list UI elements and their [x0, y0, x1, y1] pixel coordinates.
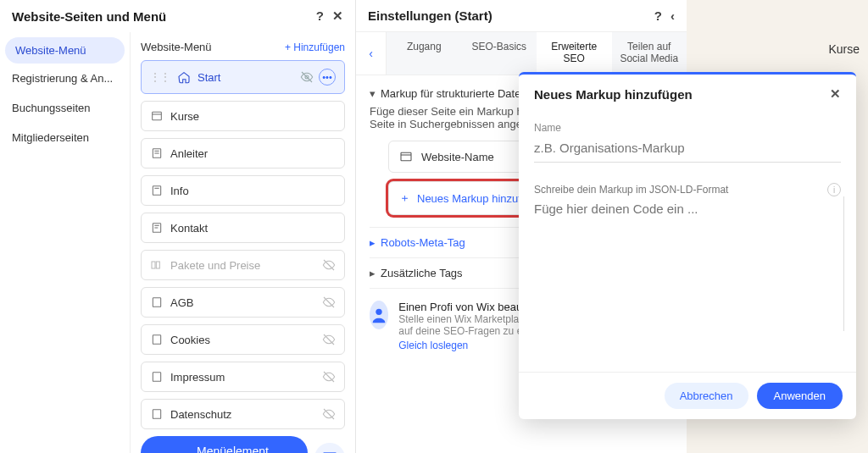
page-icon	[150, 370, 164, 384]
markup-name-input[interactable]	[534, 134, 841, 163]
menu-column: Website-Menü + Hinzufügen ⋮⋮ Start ••• K…	[131, 32, 355, 453]
page-item-label: Pakete und Preise	[170, 259, 260, 272]
settings-tabs: ‹ Zugang SEO-Basics Erweiterte SEO Teile…	[356, 31, 687, 75]
tab-erweiterte-seo[interactable]: Erweiterte SEO	[537, 32, 612, 75]
section-title: Markup für strukturierte Daten	[381, 87, 527, 100]
eye-off-icon[interactable]	[322, 333, 336, 346]
svg-rect-7	[153, 186, 160, 196]
svg-rect-12	[152, 262, 155, 268]
section-link-label: Zusätzliche Tags	[381, 267, 463, 279]
tabs-back-button[interactable]: ‹	[356, 32, 387, 75]
markup-row-label: Website-Name	[421, 151, 494, 163]
svg-rect-21	[153, 410, 160, 419]
back-icon[interactable]: ‹	[670, 8, 675, 23]
add-page-link[interactable]: + Hinzufügen	[285, 41, 345, 53]
page-item-label: Cookies	[170, 334, 210, 346]
add-menu-element-button[interactable]: ＋ Menüelement hinzufügen	[141, 436, 308, 453]
eye-off-icon[interactable]	[322, 296, 336, 309]
page-icon	[150, 221, 164, 235]
pages-panel: Website-Seiten und Menü ? ✕ Website-Menü…	[0, 0, 356, 453]
svg-point-28	[376, 309, 381, 315]
sidebar-item-registration[interactable]: Registrierung & An...	[0, 64, 130, 93]
page-item-kontakt[interactable]: Kontakt	[141, 213, 345, 243]
help-icon[interactable]: ?	[316, 8, 324, 24]
sidebar-item-website-menu[interactable]: Website-Menü	[5, 37, 125, 64]
page-item-label: AGB	[170, 296, 193, 309]
home-icon	[177, 70, 191, 84]
page-icon	[150, 296, 164, 309]
page-icon	[150, 407, 164, 421]
menu-tools-button[interactable]	[314, 443, 345, 453]
apply-button[interactable]: Anwenden	[757, 383, 843, 409]
tab-zugang[interactable]: Zugang	[387, 32, 462, 75]
close-icon[interactable]: ✕	[332, 8, 343, 24]
sidebar-item-booking[interactable]: Buchungsseiten	[0, 93, 130, 123]
pages-sidebar: Website-Menü Registrierung & An... Buchu…	[0, 32, 131, 453]
section-link-label: Robots-Meta-Tag	[381, 236, 465, 249]
page-icon	[150, 146, 164, 160]
eye-off-icon[interactable]	[322, 370, 336, 384]
svg-rect-19	[153, 373, 160, 382]
page-item-pakete[interactable]: Pakete und Preise	[141, 250, 345, 280]
close-icon[interactable]: ✕	[830, 86, 841, 102]
name-field-label: Name	[534, 122, 841, 134]
page-item-label: Kurse	[170, 110, 199, 123]
sidebar-item-members[interactable]: Mitgliederseiten	[0, 123, 130, 152]
drag-handle-icon[interactable]: ⋮⋮	[150, 71, 170, 83]
page-icon	[150, 109, 164, 123]
page-icon	[150, 333, 164, 346]
help-icon[interactable]: ?	[654, 8, 662, 23]
svg-rect-15	[153, 298, 160, 307]
page-actions-icon[interactable]: •••	[319, 69, 336, 86]
eye-off-icon[interactable]	[300, 70, 314, 84]
settings-panel-title: Einstellungen (Start)	[368, 8, 492, 23]
page-item-agb[interactable]: AGB	[141, 287, 345, 318]
add-menu-element-label: Menüelement hinzufügen	[171, 445, 294, 453]
menu-column-title: Website-Menü	[141, 41, 212, 53]
page-item-label: Info	[170, 185, 189, 197]
add-markup-modal: Neues Markup hinzufügen ✕ Name Schreibe …	[519, 72, 856, 419]
modal-title: Neues Markup hinzufügen	[534, 87, 693, 102]
chevron-right-icon: ▸	[370, 267, 376, 279]
tab-seo-basics[interactable]: SEO-Basics	[462, 32, 537, 75]
svg-rect-13	[156, 262, 159, 268]
page-item-impressum[interactable]: Impressum	[141, 362, 345, 392]
page-item-anleiter[interactable]: Anleiter	[141, 138, 345, 168]
page-item-info[interactable]: Info	[141, 175, 345, 206]
chevron-right-icon	[370, 236, 376, 249]
avatar-icon	[370, 301, 388, 329]
page-item-label: Datenschutz	[170, 408, 231, 421]
page-item-label: Start	[198, 71, 220, 84]
browser-icon	[399, 150, 413, 163]
canvas-hint: Kurse	[828, 42, 860, 56]
tab-social[interactable]: Teilen auf Social Media	[612, 32, 687, 75]
page-icon	[150, 184, 164, 197]
svg-rect-2	[153, 112, 162, 119]
markup-code-textarea[interactable]	[534, 202, 841, 329]
settings-panel-header: Einstellungen (Start) ? ‹	[356, 0, 687, 31]
pages-panel-header: Website-Seiten und Menü ? ✕	[0, 0, 355, 32]
chevron-down-icon	[370, 87, 376, 100]
eye-off-icon[interactable]	[322, 258, 336, 272]
page-item-datenschutz[interactable]: Datenschutz	[141, 399, 345, 429]
cancel-button[interactable]: Abbrechen	[665, 383, 748, 409]
page-item-label: Kontakt	[170, 222, 208, 235]
plus-icon: ＋	[399, 191, 410, 206]
page-item-kurse[interactable]: Kurse	[141, 101, 345, 131]
svg-rect-17	[153, 335, 160, 345]
page-item-label: Impressum	[170, 371, 225, 384]
page-item-label: Anleiter	[170, 147, 208, 160]
svg-rect-26	[401, 152, 411, 160]
code-field-label: Schreibe dein Markup im JSON-LD-Format	[534, 184, 728, 196]
page-item-cookies[interactable]: Cookies	[141, 324, 345, 355]
eye-off-icon[interactable]	[322, 407, 336, 421]
info-icon[interactable]: i	[827, 183, 841, 196]
page-item-start[interactable]: ⋮⋮ Start •••	[141, 60, 345, 94]
pricing-icon	[150, 258, 164, 272]
pages-panel-title: Website-Seiten und Menü	[12, 9, 166, 24]
